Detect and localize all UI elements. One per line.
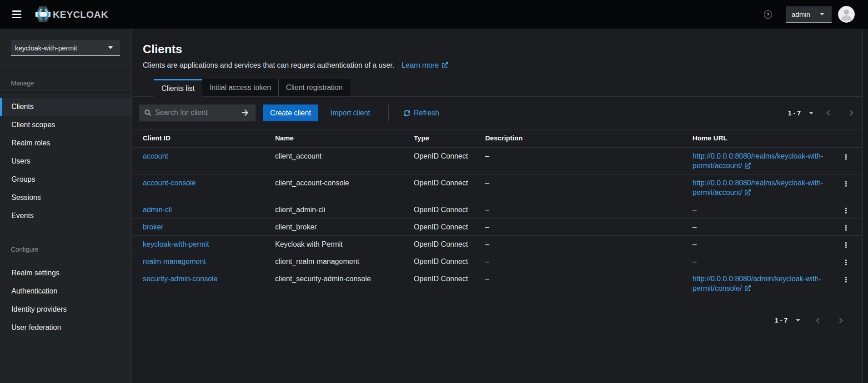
home-url-link[interactable]: http://0.0.0.0:8080/admin/keycloak-with-…	[692, 275, 821, 292]
brand[interactable]: KEYCLOAK	[35, 6, 108, 23]
cell-description: –	[478, 219, 685, 236]
sidebar-item-groups[interactable]: Groups	[0, 170, 131, 189]
sidebar-item-identity-providers[interactable]: Identity providers	[0, 300, 131, 318]
row-actions-kebab[interactable]	[842, 179, 850, 189]
avatar[interactable]	[838, 6, 855, 23]
pagination-prev-button[interactable]	[827, 111, 831, 115]
nav-toggle-button[interactable]	[12, 10, 21, 18]
sidebar-item-user-federation[interactable]: User federation	[0, 318, 131, 337]
realm-selector[interactable]: keycloak-with-permit	[11, 40, 120, 56]
sidebar: keycloak-with-permit Manage Clients Clie…	[0, 29, 132, 383]
row-actions-kebab[interactable]	[842, 205, 850, 216]
column-header-name[interactable]: Name	[268, 129, 406, 148]
search-submit-button[interactable]	[234, 104, 256, 121]
sidebar-item-client-scopes[interactable]: Client scopes	[0, 116, 131, 134]
tabs: Clients list Initial access token Client…	[132, 79, 862, 97]
pagination-range: 1 - 7	[788, 109, 801, 117]
learn-more-link[interactable]: Learn more	[401, 60, 448, 70]
toolbar: Create client Import client Refresh 1 - …	[132, 97, 862, 129]
keycloak-logo-icon	[35, 6, 50, 23]
cell-name: client_account	[268, 148, 406, 174]
row-actions-kebab[interactable]	[842, 223, 850, 233]
page-title: Clients	[143, 41, 851, 57]
column-header-client-id[interactable]: Client ID	[132, 129, 268, 148]
cell-type: OpenID Connect	[406, 201, 478, 219]
cell-description: –	[478, 236, 685, 253]
pagination-prev-button[interactable]	[817, 318, 821, 323]
pagination-menu-toggle[interactable]	[809, 112, 813, 114]
scrollbar-track[interactable]	[862, 29, 868, 383]
refresh-button[interactable]: Refresh	[404, 109, 439, 117]
help-icon[interactable]: ?	[764, 10, 772, 19]
table-row: keycloak-with-permit Keycloak with Permi…	[132, 236, 862, 253]
caret-down-icon	[796, 319, 800, 322]
hamburger-icon	[12, 10, 21, 12]
brand-name: KEYCLOAK	[53, 9, 108, 20]
table-row: admin-cli client_admin-cli OpenID Connec…	[132, 201, 862, 219]
nav-section-title-configure: Configure	[0, 237, 131, 259]
cell-type: OpenID Connect	[406, 270, 478, 297]
kebab-icon	[845, 206, 847, 215]
home-url-link[interactable]: http://0.0.0.0:8080/realms/keycloak-with…	[692, 152, 823, 169]
cell-description: –	[478, 201, 685, 219]
search-icon	[145, 109, 151, 116]
sidebar-item-users[interactable]: Users	[0, 152, 131, 170]
row-actions-kebab[interactable]	[842, 152, 850, 162]
sidebar-nav: Manage Clients Client scopes Realm roles…	[0, 70, 131, 337]
pagination-top: 1 - 7	[788, 109, 855, 117]
create-client-button[interactable]: Create client	[263, 104, 318, 121]
cell-name: client_security-admin-console	[268, 270, 406, 297]
kebab-icon	[845, 275, 847, 284]
toolbar-divider	[388, 104, 389, 121]
page-subtitle: Clients are applications and services th…	[143, 60, 394, 70]
tab-client-registration[interactable]: Client registration	[278, 79, 350, 97]
external-link-icon	[442, 62, 448, 68]
client-id-link[interactable]: realm-management	[143, 258, 206, 265]
cell-home-url: –	[685, 253, 832, 270]
external-link-icon	[745, 285, 751, 291]
cell-type: OpenID Connect	[406, 174, 478, 201]
chevron-left-icon	[826, 110, 832, 116]
pagination-next-button[interactable]	[838, 318, 842, 323]
row-actions-kebab[interactable]	[842, 240, 850, 250]
client-id-link[interactable]: broker	[143, 223, 163, 231]
pagination-range: 1 - 7	[775, 317, 788, 324]
search-input[interactable]	[155, 109, 231, 117]
client-id-link[interactable]: security-admin-console	[143, 275, 218, 283]
client-id-link[interactable]: keycloak-with-permit	[143, 240, 209, 248]
cell-type: OpenID Connect	[406, 236, 478, 253]
user-menu-dropdown[interactable]: admin	[786, 6, 832, 23]
sidebar-item-authentication[interactable]: Authentication	[0, 282, 131, 300]
client-id-link[interactable]: admin-cli	[143, 206, 172, 214]
realm-selector-value: keycloak-with-permit	[15, 44, 77, 52]
tab-initial-access-token[interactable]: Initial access token	[202, 79, 278, 97]
client-id-link[interactable]: account-console	[143, 179, 196, 187]
sidebar-item-realm-settings[interactable]: Realm settings	[0, 264, 131, 282]
row-actions-kebab[interactable]	[842, 257, 850, 268]
sidebar-item-events[interactable]: Events	[0, 207, 131, 225]
chevron-left-icon	[816, 318, 822, 323]
masthead: KEYCLOAK ? admin	[0, 0, 868, 29]
user-menu-label: admin	[792, 10, 810, 18]
search-group	[139, 104, 256, 121]
pagination-next-button[interactable]	[848, 111, 853, 115]
row-actions-kebab[interactable]	[842, 274, 850, 285]
import-client-button[interactable]: Import client	[331, 109, 370, 117]
caret-down-icon	[108, 46, 113, 49]
pagination-menu-toggle[interactable]	[796, 319, 800, 322]
sidebar-item-sessions[interactable]: Sessions	[0, 189, 131, 207]
home-url-link[interactable]: http://0.0.0.0:8080/realms/keycloak-with…	[692, 179, 823, 196]
client-id-link[interactable]: account	[143, 152, 168, 160]
caret-down-icon	[820, 13, 824, 15]
tab-clients-list[interactable]: Clients list	[154, 79, 202, 97]
column-header-type[interactable]: Type	[406, 129, 478, 148]
table-row: realm-management client_realm-management…	[132, 253, 862, 270]
table-row: account-console client_account-console O…	[132, 174, 862, 201]
kebab-icon	[845, 179, 847, 188]
external-link-icon	[745, 189, 751, 195]
sidebar-item-realm-roles[interactable]: Realm roles	[0, 134, 131, 152]
column-header-home-url[interactable]: Home URL	[685, 129, 832, 148]
column-header-description[interactable]: Description	[478, 129, 685, 148]
cell-description: –	[478, 148, 685, 174]
sidebar-item-clients[interactable]: Clients	[0, 98, 131, 116]
